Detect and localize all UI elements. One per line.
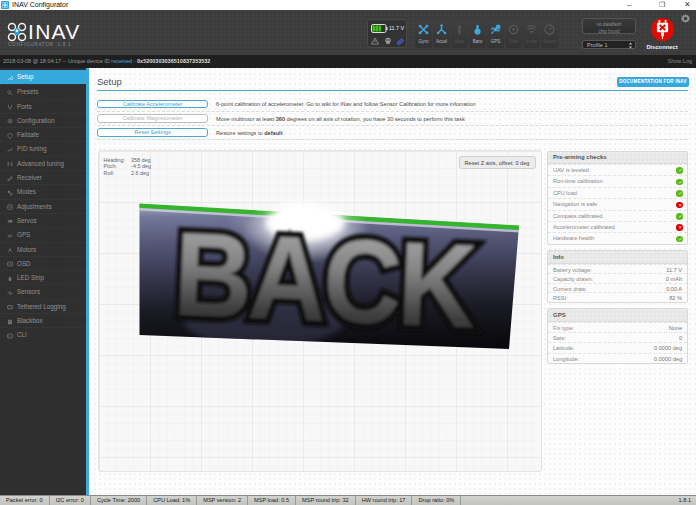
svg-text:BACK: BACK — [171, 207, 478, 352]
